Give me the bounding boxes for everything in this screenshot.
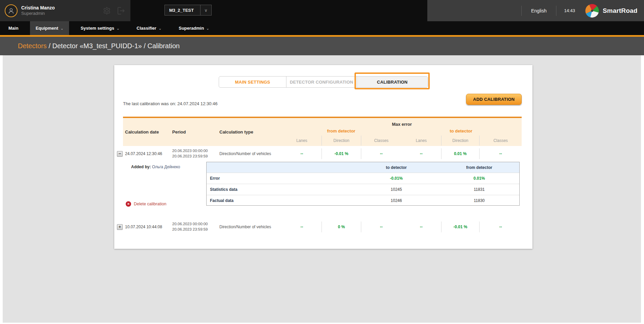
cell-from-classes: --	[361, 151, 401, 156]
cell-calculation-date: 24.07.2024 12:30:46	[123, 151, 171, 156]
top-bar: Cristina Manzo Superadmin	[0, 0, 644, 21]
language-selector[interactable]: English	[522, 8, 556, 13]
nav-label: System settings	[81, 26, 114, 31]
brand-name: SmartRoad	[603, 7, 637, 14]
expand-row-button[interactable]: +	[117, 224, 123, 230]
detector-tabs: MAIN SETTINGS DETECTOR CONFIGURATION CAL…	[219, 76, 428, 88]
user-role: Superadmin	[21, 11, 55, 16]
project-selector[interactable]: M3_2_TEST ∨	[164, 5, 212, 16]
calibrations-table: Calculation date Period Calculation type…	[117, 117, 522, 234]
cell-from-direction: 0 %	[321, 222, 361, 232]
delete-calibration-label: Delete calibration	[134, 202, 166, 206]
cell-from-lanes: --	[282, 151, 321, 156]
col-header-classes: Classes	[361, 138, 401, 143]
col-header-to-detector: to detector	[400, 128, 522, 134]
cell-to-classes: --	[480, 225, 522, 229]
detail-value-to: 10245	[354, 187, 438, 192]
smartroad-logo-icon	[585, 3, 600, 18]
tab-main-settings[interactable]: MAIN SETTINGS	[219, 77, 286, 87]
breadcrumb-bar: Detectors / Detector «M3_test_PUIDD-1» /…	[0, 37, 644, 55]
detail-row-label: Error	[207, 176, 354, 181]
settings-gear-icon[interactable]	[102, 6, 112, 16]
col-header-calculation-date: Calculation date	[123, 129, 171, 135]
detail-row-error: Error -0.01% 0.01%	[207, 173, 519, 184]
logout-icon[interactable]	[116, 6, 126, 16]
period-from: 20.06.2023 00:00:00	[172, 222, 216, 227]
delete-calibration-button[interactable]: ✕ Delete calibration	[126, 201, 166, 207]
main-nav: Main Equipment ⌄ System settings ⌄ Class…	[0, 21, 644, 35]
calibration-card: MAIN SETTINGS DETECTOR CONFIGURATION CAL…	[114, 65, 532, 249]
detail-header-from-detector: from detector	[438, 165, 520, 170]
col-header-period: Period	[171, 129, 216, 135]
detail-value-from: 11830	[438, 198, 520, 203]
detail-value-to: 10246	[354, 198, 438, 203]
cell-calculation-date: 10.07.2024 10:44:08	[123, 225, 171, 229]
row-detail-panel: Added by: Ольга Дейнеко to detector from…	[117, 161, 522, 219]
user-name: Cristina Manzo	[21, 5, 55, 11]
breadcrumb-link-detectors[interactable]: Detectors	[18, 42, 47, 50]
detail-value-to: -0.01%	[354, 176, 438, 181]
user-avatar[interactable]	[5, 4, 18, 17]
cell-to-lanes: --	[401, 225, 441, 229]
cell-calculation-type: Direction/Number of vehicles	[216, 225, 282, 229]
added-by-label: Added by:	[131, 165, 151, 169]
cell-period: 20.06.2023 00:00:00 20.06.2023 23:59:59	[171, 222, 216, 232]
nav-label: Superadmin	[179, 26, 204, 31]
detail-value-from: 11831	[438, 187, 520, 192]
delete-circle-x-icon: ✕	[126, 201, 131, 207]
cell-to-direction: 0.01 %	[441, 148, 480, 159]
nav-item-equipment[interactable]: Equipment ⌄	[30, 21, 69, 35]
add-calibration-button[interactable]: ADD CALIBRATION	[466, 94, 522, 105]
chevron-down-icon: ⌄	[159, 27, 161, 30]
cell-to-direction: -0.01 %	[441, 222, 480, 232]
cell-to-lanes: --	[401, 151, 441, 156]
period-to: 20.06.2023 23:59:59	[172, 154, 216, 159]
detail-header-to-detector: to detector	[354, 165, 438, 170]
col-header-max-error: Max error	[282, 118, 522, 127]
detail-row-factual: Factual data 10246 11830	[207, 195, 519, 206]
breadcrumb-current: / Detector «M3_test_PUIDD-1» / Calibrati…	[47, 42, 180, 50]
nav-item-superadmin[interactable]: Superadmin ⌄	[173, 21, 215, 35]
cell-from-lanes: --	[282, 225, 321, 229]
user-block[interactable]: Cristina Manzo Superadmin	[0, 0, 130, 21]
col-header-direction: Direction	[441, 136, 480, 146]
chevron-down-icon[interactable]: ∨	[200, 5, 211, 15]
table-row: + 10.07.2024 10:44:08 20.06.2023 00:00:0…	[117, 219, 522, 234]
period-to: 20.06.2023 23:59:59	[172, 227, 216, 232]
person-icon	[7, 7, 15, 14]
error-detail-table: to detector from detector Error -0.01% 0…	[206, 162, 520, 206]
clock: 14:43	[556, 8, 583, 13]
col-header-from-detector: from detector	[282, 128, 400, 134]
table-row: − 24.07.2024 12:30:46 20.06.2023 00:00:0…	[117, 146, 522, 161]
added-by: Added by: Ольга Дейнеко	[131, 165, 180, 169]
cell-from-classes: --	[361, 225, 401, 229]
cell-from-direction: -0.01 %	[321, 148, 361, 159]
added-by-name: Ольга Дейнеко	[152, 165, 180, 169]
collapse-row-button[interactable]: −	[117, 151, 123, 157]
app-window: Cristina Manzo Superadmin	[0, 0, 644, 324]
brand-block: SmartRoad	[583, 3, 637, 18]
col-header-lanes: Lanes	[282, 138, 321, 143]
nav-label: Classifier	[136, 26, 156, 31]
detail-row-label: Factual data	[207, 198, 354, 203]
content-area: MAIN SETTINGS DETECTOR CONFIGURATION CAL…	[3, 55, 641, 323]
nav-item-classifier[interactable]: Classifier ⌄	[131, 21, 167, 35]
period-from: 20.06.2023 00:00:00	[172, 148, 216, 154]
table-header: Calculation date Period Calculation type…	[123, 117, 522, 146]
nav-item-system-settings[interactable]: System settings ⌄	[75, 21, 125, 35]
nav-label: Main	[8, 26, 19, 31]
project-selector-value: M3_2_TEST	[165, 8, 200, 13]
chevron-down-icon: ⌄	[206, 27, 209, 30]
detail-header-row: to detector from detector	[207, 162, 519, 173]
tab-detector-configuration[interactable]: DETECTOR CONFIGURATION	[286, 77, 357, 87]
col-header-lanes: Lanes	[401, 138, 441, 143]
breadcrumb: Detectors / Detector «M3_test_PUIDD-1» /…	[0, 42, 180, 50]
cell-calculation-type: Direction/Number of vehicles	[216, 151, 282, 156]
chevron-down-icon: ⌄	[61, 27, 63, 30]
col-header-classes: Classes	[480, 138, 522, 143]
chevron-down-icon: ⌄	[117, 27, 119, 30]
nav-item-main[interactable]: Main	[3, 21, 24, 35]
tab-calibration[interactable]: CALIBRATION	[357, 77, 428, 87]
nav-label: Equipment	[36, 26, 58, 31]
detail-value-from: 0.01%	[438, 176, 520, 181]
